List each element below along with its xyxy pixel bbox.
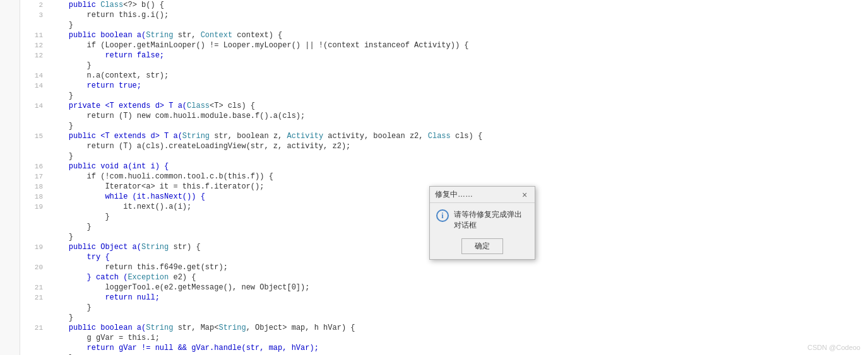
- table-row: return gVar != null && gVar.handle(str, …: [23, 343, 868, 353]
- line-number: [23, 252, 48, 262]
- line-number: 14: [23, 71, 48, 81]
- line-number: [23, 212, 48, 222]
- table-row: 20 return this.f649e.get(str);: [23, 262, 868, 272]
- line-content: }: [48, 61, 868, 71]
- table-row: 15 public <T extends d> T a(String str, …: [23, 131, 868, 141]
- line-content: }: [48, 151, 868, 161]
- table-row: }: [23, 303, 868, 313]
- line-number: [23, 303, 48, 313]
- repair-dialog[interactable]: 修复中…… × i 请等待修复完成弹出对话框 确定: [429, 186, 535, 260]
- line-number: [23, 343, 48, 353]
- line-content: return null;: [48, 293, 868, 303]
- line-content: }: [48, 121, 868, 131]
- line-number: 3: [23, 10, 48, 20]
- table-row: 14 n.a(context, str);: [23, 71, 868, 81]
- table-row: } catch (Exception e2) {: [23, 272, 868, 282]
- line-number: 11: [23, 30, 48, 40]
- table-row: 2 public Class<?> b() {: [23, 0, 868, 10]
- line-number: 18: [23, 182, 48, 192]
- line-content: public void a(int i) {: [48, 161, 868, 172]
- dialog-title: 修复中……: [435, 189, 473, 200]
- line-number: 12: [23, 40, 48, 50]
- editor-window: 2 public Class<?> b() {3 return this.g.i…: [0, 0, 868, 355]
- table-row: 16 public void a(int i) {: [23, 161, 868, 172]
- dialog-confirm-button[interactable]: 确定: [461, 238, 503, 254]
- line-number: 21: [23, 323, 48, 333]
- dialog-body: i 请等待修复完成弹出对话框: [430, 203, 535, 236]
- line-number: 21: [23, 282, 48, 293]
- table-row: 3 return this.g.i();: [23, 10, 868, 20]
- line-content: g gVar = this.i;: [48, 333, 868, 343]
- line-content: } catch (Exception e2) {: [48, 272, 868, 282]
- line-number: [23, 313, 48, 323]
- line-number: 19: [23, 202, 48, 212]
- line-number: 18: [23, 192, 48, 202]
- line-content: if (Looper.getMainLooper() != Looper.myL…: [48, 40, 868, 50]
- table-row: }: [23, 151, 868, 161]
- left-sidebar: [0, 0, 20, 355]
- line-number: [23, 111, 48, 121]
- line-content: return true;: [48, 81, 868, 91]
- table-row: return (T) new com.huoli.module.base.f()…: [23, 111, 868, 121]
- line-content: public boolean a(String str, Context con…: [48, 30, 868, 40]
- line-number: 14: [23, 81, 48, 91]
- table-row: }: [23, 121, 868, 131]
- line-number: 21: [23, 293, 48, 303]
- table-row: }: [23, 313, 868, 323]
- line-number: 14: [23, 101, 48, 111]
- line-content: return false;: [48, 50, 868, 61]
- line-number: [23, 121, 48, 131]
- line-content: }: [48, 91, 868, 101]
- line-content: }: [48, 20, 868, 30]
- line-content: return (T) new com.huoli.module.base.f()…: [48, 111, 868, 121]
- line-content: return (T) a(cls).createLoadingView(str,…: [48, 141, 868, 151]
- line-content: public boolean a(String str, Map<String,…: [48, 323, 868, 333]
- line-number: [23, 141, 48, 151]
- table-row: 17 if (!com.huoli.common.tool.c.b(this.f…: [23, 172, 868, 182]
- dialog-info-icon: i: [436, 209, 449, 222]
- code-content: 2 public Class<?> b() {3 return this.g.i…: [20, 0, 868, 355]
- line-number: [23, 151, 48, 161]
- table-row: 21 public boolean a(String str, Map<Stri…: [23, 323, 868, 333]
- table-row: 21 return null;: [23, 293, 868, 303]
- line-number: 20: [23, 262, 48, 272]
- line-content: }: [48, 303, 868, 313]
- table-row: 12 return false;: [23, 50, 868, 61]
- table-row: }: [23, 20, 868, 30]
- table-row: 14 return true;: [23, 81, 868, 91]
- table-row: 12 if (Looper.getMainLooper() != Looper.…: [23, 40, 868, 50]
- watermark: CSDN @Codeoo: [807, 344, 860, 351]
- line-number: [23, 91, 48, 101]
- line-content: }: [48, 313, 868, 323]
- table-row: return (T) a(cls).createLoadingView(str,…: [23, 141, 868, 151]
- line-number: [23, 333, 48, 343]
- line-number: [23, 61, 48, 71]
- line-content: return gVar != null && gVar.handle(str, …: [48, 343, 868, 353]
- code-editor: 2 public Class<?> b() {3 return this.g.i…: [20, 0, 868, 355]
- line-number: [23, 272, 48, 282]
- line-number: [23, 20, 48, 30]
- line-content: public Class<?> b() {: [48, 0, 868, 10]
- table-row: }: [23, 61, 868, 71]
- table-row: g gVar = this.i;: [23, 333, 868, 343]
- dialog-footer: 确定: [430, 236, 535, 259]
- line-content: private <T extends d> T a(Class<T> cls) …: [48, 101, 868, 111]
- line-number: 16: [23, 161, 48, 172]
- dialog-message: 请等待修复完成弹出对话框: [454, 209, 527, 231]
- line-number: [23, 232, 48, 242]
- line-content: n.a(context, str);: [48, 71, 868, 81]
- table-row: 21 loggerTool.e(e2.getMessage(), new Obj…: [23, 282, 868, 293]
- line-number: 17: [23, 172, 48, 182]
- line-content: public <T extends d> T a(String str, boo…: [48, 131, 868, 141]
- line-number: 2: [23, 0, 48, 10]
- line-content: return this.g.i();: [48, 10, 868, 20]
- table-row: 14 private <T extends d> T a(Class<T> cl…: [23, 101, 868, 111]
- line-number: 15: [23, 131, 48, 141]
- line-number: 19: [23, 242, 48, 252]
- line-content: loggerTool.e(e2.getMessage(), new Object…: [48, 282, 868, 293]
- line-number: 12: [23, 50, 48, 61]
- table-row: }: [23, 91, 868, 101]
- table-row: 11 public boolean a(String str, Context …: [23, 30, 868, 40]
- dialog-titlebar: 修复中…… ×: [430, 187, 535, 203]
- dialog-close-button[interactable]: ×: [520, 190, 530, 200]
